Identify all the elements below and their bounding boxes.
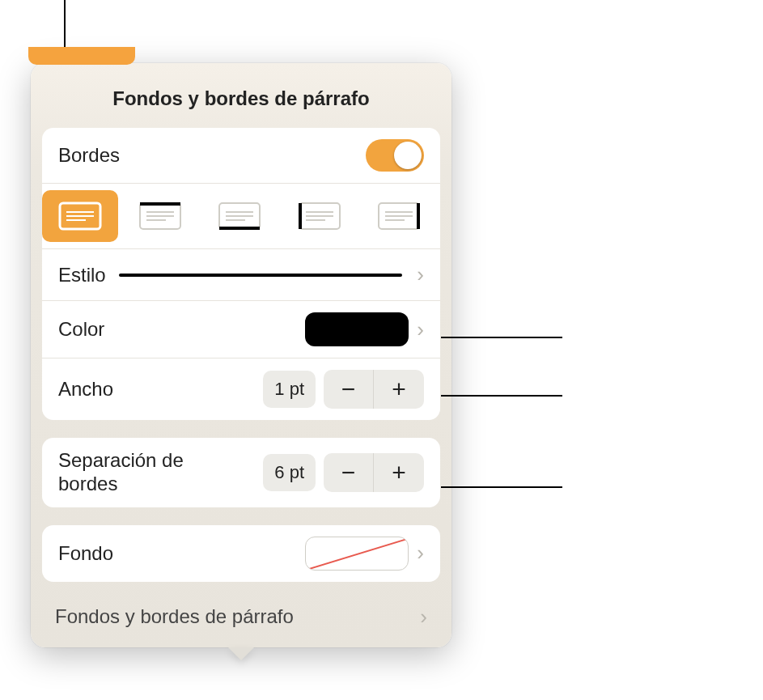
- width-decrement-button[interactable]: −: [324, 370, 374, 409]
- style-row[interactable]: Estilo ›: [42, 249, 440, 301]
- borders-section: Bordes: [42, 128, 440, 420]
- bottom-link-label: Fondos y bordes de párrafo: [55, 605, 294, 628]
- offset-section: Separación debordes 6 pt − +: [42, 438, 440, 507]
- offset-decrement-button[interactable]: −: [324, 453, 374, 492]
- offset-increment-button[interactable]: +: [374, 453, 424, 492]
- callout-line-color: [441, 337, 562, 338]
- chevron-right-icon: ›: [417, 262, 424, 287]
- border-all-button[interactable]: [42, 190, 118, 242]
- offset-stepper: − +: [324, 453, 424, 492]
- active-tab-indicator: [28, 47, 135, 65]
- callout-line-offset: [441, 486, 562, 488]
- borders-toggle-row: Bordes: [42, 128, 440, 184]
- border-left-icon: [298, 202, 341, 231]
- width-stepper: − +: [324, 370, 424, 409]
- border-top-button[interactable]: [122, 190, 198, 242]
- background-swatch-none[interactable]: [305, 537, 409, 571]
- paragraph-borders-link[interactable]: Fondos y bordes de párrafo ›: [31, 590, 451, 647]
- color-label: Color: [58, 318, 104, 341]
- background-row[interactable]: Fondo ›: [42, 525, 440, 582]
- style-label: Estilo: [58, 264, 106, 286]
- borders-popover: Fondos y bordes de párrafo Bordes: [31, 63, 451, 647]
- border-bottom-button[interactable]: [201, 190, 278, 242]
- style-preview-line: [119, 274, 403, 277]
- border-top-icon: [138, 202, 182, 231]
- chevron-right-icon: ›: [417, 317, 424, 342]
- border-position-row: [42, 184, 440, 249]
- width-label: Ancho: [58, 378, 113, 401]
- width-value: 1 pt: [263, 371, 316, 408]
- color-row[interactable]: Color ›: [42, 301, 440, 358]
- border-left-button[interactable]: [282, 190, 358, 242]
- offset-label: Separación debordes: [58, 449, 184, 496]
- border-all-icon: [58, 202, 102, 231]
- background-label: Fondo: [58, 542, 113, 565]
- toggle-knob: [394, 142, 422, 169]
- chevron-right-icon: ›: [417, 541, 424, 566]
- border-right-icon: [377, 202, 421, 231]
- width-row: Ancho 1 pt − +: [42, 358, 440, 420]
- background-section: Fondo ›: [42, 525, 440, 582]
- offset-row: Separación debordes 6 pt − +: [42, 438, 440, 507]
- offset-value: 6 pt: [263, 454, 316, 491]
- border-bottom-icon: [218, 202, 261, 231]
- border-right-button[interactable]: [361, 190, 437, 242]
- chevron-right-icon: ›: [420, 605, 427, 630]
- borders-label: Bordes: [58, 144, 120, 167]
- width-increment-button[interactable]: +: [374, 370, 424, 409]
- callout-line-width: [441, 395, 562, 397]
- popover-title: Fondos y bordes de párrafo: [31, 63, 451, 128]
- borders-toggle[interactable]: [366, 139, 424, 172]
- color-swatch[interactable]: [305, 312, 409, 346]
